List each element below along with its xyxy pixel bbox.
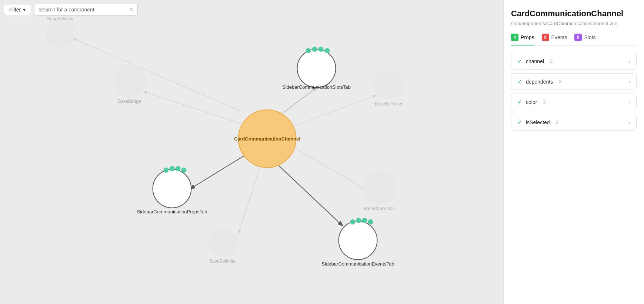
chevron-icon: › bbox=[628, 99, 630, 105]
edge bbox=[144, 92, 242, 124]
prop-row-left: ✓ dependents 3 bbox=[517, 78, 561, 85]
tab-events[interactable]: 0 Events bbox=[542, 34, 567, 45]
dot bbox=[318, 47, 324, 52]
slots-tab-node[interactable] bbox=[297, 49, 336, 88]
tab-slots[interactable]: 0 Slots bbox=[574, 34, 595, 45]
props-tab-node[interactable] bbox=[153, 169, 191, 208]
center-node-label: CardCommunicationChannel bbox=[234, 136, 300, 142]
tab-props[interactable]: 4 Props bbox=[511, 34, 534, 45]
prop-row-left: ✓ color 3 bbox=[517, 98, 546, 105]
dot bbox=[176, 166, 181, 171]
edge bbox=[295, 95, 376, 126]
slots-badge: 0 bbox=[574, 34, 582, 41]
prop-row-dependents[interactable]: ✓ dependents 3 › bbox=[511, 73, 637, 90]
panel-title: CardCommunicationChannel bbox=[511, 9, 637, 18]
dot bbox=[362, 218, 367, 223]
edge bbox=[295, 148, 365, 189]
dot bbox=[170, 166, 175, 171]
chevron-icon: › bbox=[628, 119, 630, 125]
base-delimiter-2-label: BaseDelimiter bbox=[209, 259, 237, 264]
chevron-down-icon: ▾ bbox=[23, 7, 26, 13]
base-check-icon-label: BaseCheckIcon bbox=[364, 206, 395, 211]
tab-slots-label: Slots bbox=[584, 34, 595, 40]
prop-count-dependents: 3 bbox=[559, 79, 561, 84]
events-tab-label: SidebarCommunicationEventsTab bbox=[322, 261, 394, 267]
base-sub-nav-node[interactable] bbox=[46, 18, 75, 48]
prop-count-channel: 3 bbox=[550, 58, 553, 64]
filter-button[interactable]: Filter ▾ bbox=[4, 4, 31, 15]
close-icon[interactable]: × bbox=[130, 6, 133, 13]
search-box-container: × bbox=[34, 4, 138, 16]
prop-count-isselected: 3 bbox=[556, 119, 558, 125]
prop-row-color[interactable]: ✓ color 3 › bbox=[511, 94, 637, 110]
slots-tab-label: SidebarCommunicationSlotsTab bbox=[282, 84, 351, 90]
prop-name-color: color bbox=[526, 99, 537, 105]
edge bbox=[74, 39, 241, 111]
toolbar: Filter ▾ × bbox=[4, 4, 138, 16]
right-panel: CardCommunicationChannel src/components/… bbox=[503, 0, 644, 304]
props-tab-label: SidebarCommunicationPropsTab bbox=[137, 209, 207, 215]
edge bbox=[276, 163, 343, 226]
chevron-icon: › bbox=[628, 58, 630, 64]
dot bbox=[164, 168, 169, 173]
dot bbox=[350, 219, 356, 224]
base-delimiter-1-label: BaseDelimiter bbox=[375, 101, 403, 107]
events-badge: 0 bbox=[542, 34, 549, 41]
dot bbox=[312, 47, 317, 52]
dot bbox=[306, 48, 311, 53]
dot bbox=[181, 168, 187, 173]
panel-filepath: src/components/CardCommunicationChannel.… bbox=[511, 21, 637, 26]
dot bbox=[325, 48, 330, 53]
prop-name-isselected: isSelected bbox=[526, 119, 550, 125]
tab-props-label: Props bbox=[521, 34, 534, 40]
check-icon: ✓ bbox=[517, 98, 522, 105]
prop-row-isselected[interactable]: ✓ isSelected 3 › bbox=[511, 114, 637, 131]
base-badge-label: BaseBadge bbox=[118, 99, 141, 104]
prop-row-left: ✓ isSelected 3 bbox=[517, 119, 558, 126]
graph-canvas[interactable]: Filter ▾ × bbox=[0, 0, 503, 304]
tab-events-label: Events bbox=[551, 34, 567, 40]
prop-count-color: 3 bbox=[543, 99, 545, 105]
check-icon: ✓ bbox=[517, 78, 522, 85]
dot bbox=[368, 219, 373, 224]
base-badge-node[interactable] bbox=[113, 64, 146, 97]
search-input[interactable] bbox=[39, 7, 127, 13]
prop-row-left: ✓ channel 3 bbox=[517, 58, 553, 65]
edge bbox=[283, 88, 317, 113]
edge bbox=[239, 164, 261, 233]
prop-name-dependents: dependents bbox=[526, 79, 553, 85]
props-badge: 4 bbox=[511, 34, 518, 41]
prop-row-channel[interactable]: ✓ channel 3 › bbox=[511, 53, 637, 70]
base-sub-nav-label: BaseSubNav bbox=[47, 16, 73, 21]
prop-name-channel: channel bbox=[526, 58, 544, 64]
check-icon: ✓ bbox=[517, 119, 522, 126]
edge bbox=[191, 153, 248, 189]
tabs-row: 4 Props 0 Events 0 Slots bbox=[511, 34, 637, 45]
events-tab-node[interactable] bbox=[339, 221, 377, 260]
props-list: ✓ channel 3 › ✓ dependents 3 › ✓ color 3… bbox=[511, 53, 637, 131]
check-icon: ✓ bbox=[517, 58, 522, 65]
base-check-icon-node[interactable] bbox=[363, 171, 396, 205]
base-delimiter-2-node[interactable] bbox=[208, 227, 238, 257]
graph-svg: CardCommunicationChannel SidebarCommunic… bbox=[0, 0, 503, 304]
chevron-icon: › bbox=[628, 79, 630, 85]
filter-label: Filter bbox=[9, 7, 21, 13]
dot bbox=[356, 218, 361, 223]
base-delimiter-1-node[interactable] bbox=[374, 70, 404, 100]
